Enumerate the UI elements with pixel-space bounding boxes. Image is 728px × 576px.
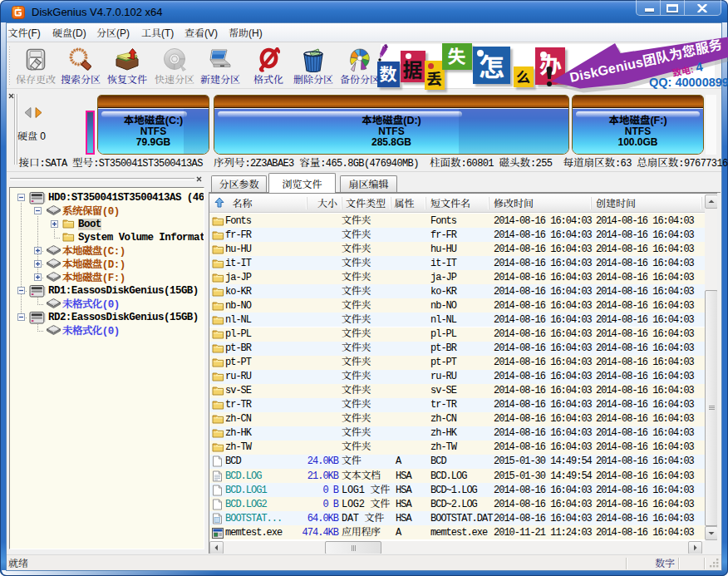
svg-text:QQ: 40000899: QQ: 40000899 xyxy=(649,76,728,89)
